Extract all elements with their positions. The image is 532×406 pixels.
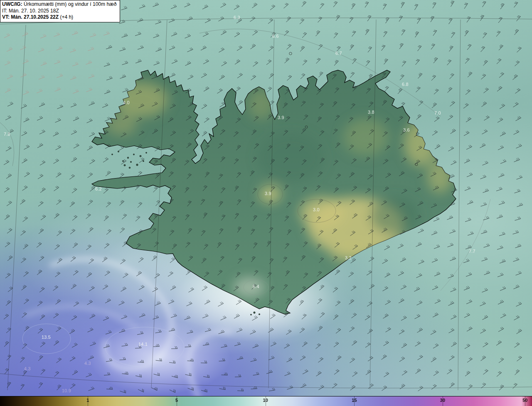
map-title: UWC/IG: Úrkomumætti (mm) og vindur í 100… <box>2 1 116 8</box>
colorbar-tick-label: 5 <box>175 398 178 403</box>
map-canvas <box>0 0 532 406</box>
valid-time: VT: Mán. 27.10.2025 22Z (+4 h) <box>2 14 116 21</box>
wind-barbs-tinted <box>4 31 109 95</box>
colorbar-tick-label: 30 <box>440 398 445 403</box>
colorbar-tick-label: 50 <box>522 398 527 403</box>
title-box: UWC/IG: Úrkomumætti (mm) og vindur í 100… <box>0 0 120 22</box>
colorbar: 1510153050 <box>0 396 532 406</box>
iceland-landmass <box>92 52 456 316</box>
init-time: IT: Mán. 27. 10. 2025 18Z <box>2 8 116 15</box>
colorbar-ticks: 1510153050 <box>0 396 532 406</box>
weather-map: 6.36.66.76.87.07.84.03.93.83.66.23.93.03… <box>0 0 532 406</box>
colorbar-tick-label: 15 <box>352 398 357 403</box>
colorbar-tick-label: 1 <box>86 398 89 403</box>
colorbar-tick-label: 10 <box>263 398 268 403</box>
